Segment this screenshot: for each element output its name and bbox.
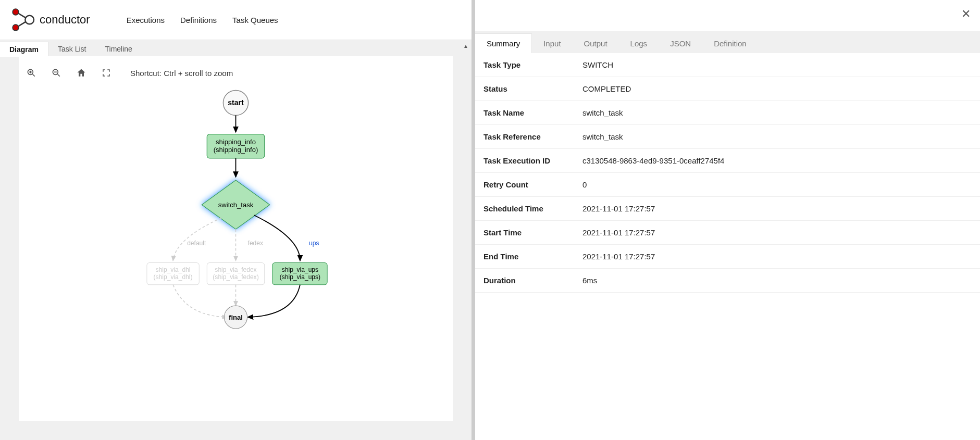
svg-line-10 xyxy=(58,74,60,77)
conductor-logo-icon xyxy=(10,7,36,33)
row-task-ref: Task Referenceswitch_task xyxy=(475,125,980,149)
nav-task-queues[interactable]: Task Queues xyxy=(232,16,278,24)
node-ups-l2: (ship_via_ups) xyxy=(280,273,320,281)
svg-line-3 xyxy=(18,14,26,18)
node-dhl-l2: (ship_via_dhl) xyxy=(154,273,193,281)
node-switch-label: switch_task xyxy=(218,201,254,209)
detail-tab-summary[interactable]: Summary xyxy=(475,33,532,53)
workflow-graph: start shipping_info (shipping_info) swit… xyxy=(19,77,453,421)
top-nav: conductor Executions Definitions Task Qu… xyxy=(0,0,472,40)
svg-point-0 xyxy=(13,9,19,15)
expand-icon[interactable] xyxy=(101,68,111,78)
sub-tabs: Diagram Task List Timeline ▲ xyxy=(0,40,472,56)
collapse-caret-icon[interactable]: ▲ xyxy=(463,43,468,49)
node-fedex-l1: ship_via_fedex xyxy=(215,266,256,273)
detail-tab-logs[interactable]: Logs xyxy=(619,34,659,53)
diagram-canvas[interactable]: Shortcut: Ctrl + scroll to zoom start xyxy=(19,56,453,421)
node-final-label: final xyxy=(229,313,243,321)
home-icon[interactable] xyxy=(76,68,86,78)
branch-label-default: default xyxy=(187,240,206,247)
detail-tab-definition[interactable]: Definition xyxy=(702,34,758,53)
row-exec-id: Task Execution IDc3130548-9863-4ed9-9351… xyxy=(475,149,980,173)
row-scheduled: Scheduled Time2021-11-01 17:27:57 xyxy=(475,197,980,221)
node-dhl-l1: ship_via_dhl xyxy=(156,266,191,273)
svg-point-2 xyxy=(25,16,34,24)
svg-line-6 xyxy=(33,74,35,77)
row-status: StatusCOMPLETED xyxy=(475,77,980,101)
nav-executions[interactable]: Executions xyxy=(127,16,165,24)
branch-label-ups: ups xyxy=(309,240,319,247)
detail-tab-input[interactable]: Input xyxy=(532,34,572,53)
sub-tab-diagram[interactable]: Diagram xyxy=(0,42,48,57)
zoom-in-icon[interactable] xyxy=(26,68,36,78)
detail-tab-json[interactable]: JSON xyxy=(659,34,702,53)
row-retry: Retry Count0 xyxy=(475,173,980,197)
shortcut-hint: Shortcut: Ctrl + scroll to zoom xyxy=(130,69,233,78)
zoom-out-icon[interactable] xyxy=(51,68,61,78)
detail-tab-output[interactable]: Output xyxy=(573,34,619,53)
node-shipping-info-label2: (shipping_info) xyxy=(214,146,258,154)
nav-definitions[interactable]: Definitions xyxy=(180,16,217,24)
svg-point-1 xyxy=(13,24,19,31)
sub-tab-task-list[interactable]: Task List xyxy=(48,42,95,56)
node-fedex-l2: (ship_via_fedex) xyxy=(213,273,258,281)
row-task-name: Task Nameswitch_task xyxy=(475,101,980,125)
row-start: Start Time2021-11-01 17:27:57 xyxy=(475,221,980,245)
row-duration: Duration6ms xyxy=(475,269,980,293)
summary-table: Task TypeSWITCH StatusCOMPLETED Task Nam… xyxy=(475,53,980,293)
node-start-label: start xyxy=(228,99,244,107)
branch-label-fedex: fedex xyxy=(248,240,263,247)
detail-panel: ✕ Summary Input Output Logs JSON Definit… xyxy=(472,0,980,440)
brand-text: conductor xyxy=(40,13,90,27)
node-shipping-info-label1: shipping_info xyxy=(216,138,256,146)
row-end: End Time2021-11-01 17:27:57 xyxy=(475,245,980,269)
svg-line-4 xyxy=(18,21,26,26)
row-task-type: Task TypeSWITCH xyxy=(475,53,980,77)
close-icon[interactable]: ✕ xyxy=(961,7,971,21)
brand-logo: conductor xyxy=(10,7,90,33)
sub-tab-timeline[interactable]: Timeline xyxy=(96,42,142,56)
node-ups-l1: ship_via_ups xyxy=(282,266,318,273)
